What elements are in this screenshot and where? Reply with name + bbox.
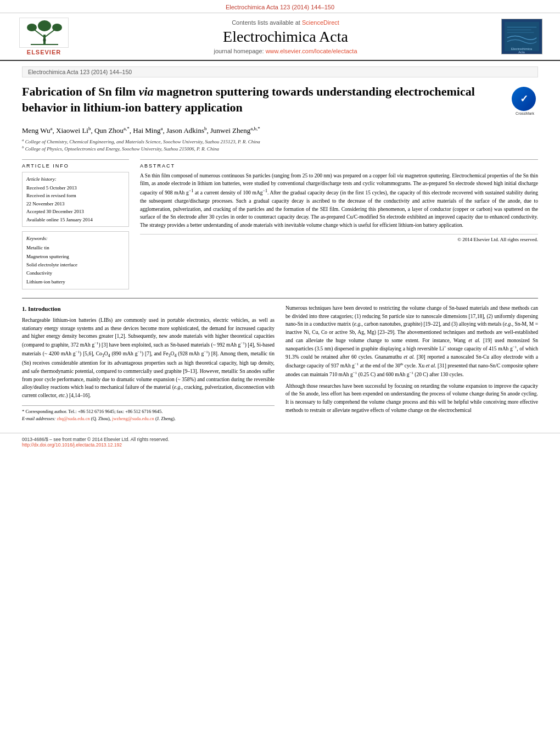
abstract-label: ABSTRACT <box>140 163 538 169</box>
abstract-text: A Sn thin film composed of numerous cont… <box>140 172 538 230</box>
accepted-date: Accepted 30 December 2013 <box>26 208 125 215</box>
footnote-star: * Corresponding author. Tel.: +86 512 67… <box>22 408 275 415</box>
svg-rect-2 <box>31 44 58 45</box>
keyword-1: Metallic tin <box>26 244 125 252</box>
abstract-column: ABSTRACT A Sn thin film composed of nume… <box>140 159 538 289</box>
svg-text:Acta: Acta <box>518 51 525 54</box>
history-title: Article history: <box>26 175 125 183</box>
journal-header: ELSEVIER Contents lists available at Sci… <box>0 13 560 61</box>
license-text: 0013-4686/$ – see front matter © 2014 El… <box>22 437 538 442</box>
crossmark-badge[interactable]: ✓ CrossMark <box>512 87 538 113</box>
abstract-paragraph: A Sn thin film composed of numerous cont… <box>140 172 538 230</box>
body-col-left: 1. Introduction Rechargeable lithium-ion… <box>22 304 275 422</box>
right-para-1: Numerous techniques have been devoted to… <box>285 304 538 379</box>
journal-homepage-url[interactable]: www.elsevier.com/locate/electacta <box>266 48 357 54</box>
citation-bar: Electrochimica Acta 123 (2014) 144–150 <box>22 66 538 77</box>
author-2: Xiaowei Lib, <box>56 126 94 135</box>
author-1: Meng Wua, <box>22 126 56 135</box>
affiliation-a: a College of Chemistry, Chemical Enginee… <box>22 138 538 146</box>
elsevier-wordmark: ELSEVIER <box>27 49 61 55</box>
received-date: Received 5 October 2013 <box>26 184 125 192</box>
journal-cover-image: Electrochimica Acta <box>501 19 542 54</box>
article-history-box: Article history: Received 5 October 2013… <box>22 172 129 227</box>
doi-link[interactable]: http://dx.doi.org/10.1016/j.electacta.20… <box>22 442 122 448</box>
journal-header-center: Contents lists available at ScienceDirec… <box>77 19 494 54</box>
copyright-line: © 2014 Elsevier Ltd. All rights reserved… <box>140 234 538 242</box>
article-title-text: Fabrication of Sn film via magnetron spu… <box>22 84 503 121</box>
citation-text: Electrochimica Acta 123 (2014) 144–150 <box>28 69 132 75</box>
article-info-label: ARTICLE INFO <box>22 163 129 169</box>
svg-point-7 <box>52 24 62 31</box>
crossmark-label: CrossMark <box>512 111 538 115</box>
revised-date: 22 November 2013 <box>26 200 125 208</box>
article-title-section: Fabrication of Sn film via magnetron spu… <box>22 84 538 121</box>
elsevier-logo: ELSEVIER <box>19 18 69 55</box>
bottom-bar: 0013-4686/$ – see front matter © 2014 El… <box>0 433 560 451</box>
body-col-right: Numerous techniques have been devoted to… <box>285 304 538 422</box>
article-title: Fabrication of Sn film via magnetron spu… <box>22 84 503 115</box>
footnote-email: E-mail addresses: zhq@suda.edu.cn (Q. Zh… <box>22 415 275 422</box>
keyword-2: Magnetron sputtering <box>26 253 125 261</box>
author-3: Qun Zhoua,*, <box>94 126 133 135</box>
article-info-abstract-section: ARTICLE INFO Article history: Received 5… <box>22 159 538 289</box>
keyword-3: Solid electrolyte interface <box>26 261 125 269</box>
article-info-column: ARTICLE INFO Article history: Received 5… <box>22 159 129 289</box>
title-italic: via <box>139 85 154 98</box>
journal-header-right: Electrochimica Acta <box>494 19 549 54</box>
article-container: Electrochimica Acta 123 (2014) 144–150 F… <box>0 61 560 433</box>
keywords-title: Keywords: <box>26 235 125 243</box>
footnotes: * Corresponding author. Tel.: +86 512 67… <box>22 405 275 422</box>
right-para-2: Although those researches have been succ… <box>285 382 538 415</box>
keywords-box: Keywords: Metallic tin Magnetron sputter… <box>22 231 129 289</box>
email-link-1[interactable]: zhq@suda.edu.cn <box>57 416 89 421</box>
journal-header-left: ELSEVIER <box>11 18 77 55</box>
svg-point-5 <box>38 20 51 31</box>
sciencedirect-line: Contents lists available at ScienceDirec… <box>77 19 494 26</box>
svg-point-6 <box>27 24 37 31</box>
author-6: Junwei Zhenga,b,* <box>210 126 260 135</box>
authors-line: Meng Wua, Xiaowei Lib, Qun Zhoua,*, Hai … <box>22 125 538 135</box>
intro-heading: 1. Introduction <box>22 304 275 314</box>
section-number: 1. <box>22 305 26 312</box>
crossmark-circle: ✓ <box>512 87 536 111</box>
citation-top: Electrochimica Acta 123 (2014) 144–150 <box>226 4 334 10</box>
author-4: Hai Minga, <box>133 126 166 135</box>
intro-para-1: Rechargeable lithium-ion batteries (LIBs… <box>22 316 275 400</box>
journal-title: Electrochimica Acta <box>77 28 494 46</box>
body-two-col: 1. Introduction Rechargeable lithium-ion… <box>22 304 538 422</box>
affiliations: a College of Chemistry, Chemical Enginee… <box>22 138 538 153</box>
author-5: Jason Adkinsb, <box>166 126 210 135</box>
journal-homepage: journal homepage: www.elsevier.com/locat… <box>77 48 494 54</box>
keyword-5: Lithium-ion battery <box>26 278 125 286</box>
email-link-2[interactable]: jwzheng@suda.edu.cn <box>112 416 154 421</box>
revised-label: Received in revised form <box>26 192 125 199</box>
available-date: Available online 15 January 2014 <box>26 216 125 224</box>
svg-point-8 <box>43 38 46 42</box>
article-body: 1. Introduction Rechargeable lithium-ion… <box>22 298 538 422</box>
top-bar: Electrochimica Acta 123 (2014) 144–150 <box>0 0 560 13</box>
keyword-4: Conductivity <box>26 269 125 277</box>
sciencedirect-link[interactable]: ScienceDirect <box>302 19 339 26</box>
section-title: Introduction <box>28 305 61 312</box>
affiliation-b: b College of Physics, Optoelectronics an… <box>22 145 538 153</box>
elsevier-logo-box <box>19 18 69 48</box>
